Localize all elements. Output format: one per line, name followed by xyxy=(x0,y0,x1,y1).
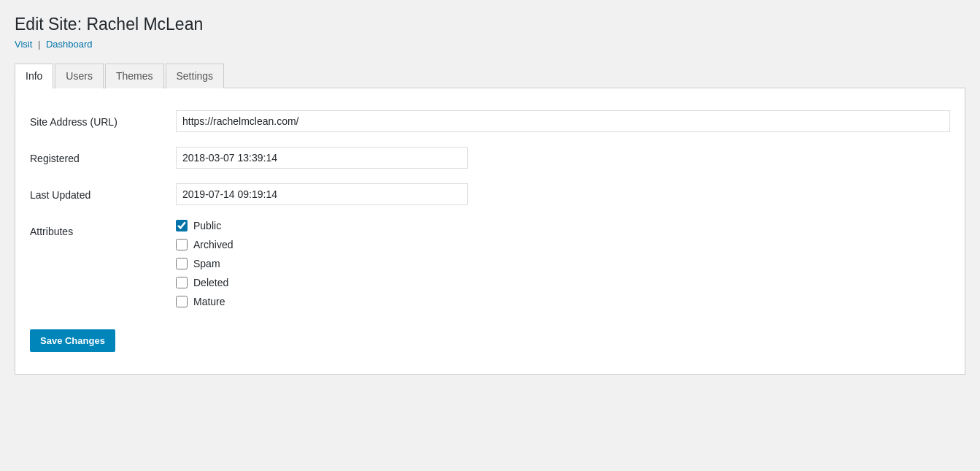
site-address-row: Site Address (URL) xyxy=(30,103,950,139)
breadcrumb: Visit | Dashboard xyxy=(15,39,965,50)
checkbox-spam-label: Spam xyxy=(193,258,220,269)
content-area: Site Address (URL) Registered Last Updat… xyxy=(15,88,965,375)
checkbox-public-label: Public xyxy=(193,220,221,231)
registered-row: Registered xyxy=(30,139,950,176)
site-address-cell xyxy=(176,103,950,139)
breadcrumb-separator: | xyxy=(38,39,40,50)
registered-cell xyxy=(176,139,950,176)
visit-link[interactable]: Visit xyxy=(15,39,32,50)
site-address-label: Site Address (URL) xyxy=(30,103,176,139)
checkbox-archived-label: Archived xyxy=(193,239,233,250)
checkbox-group: Public Archived Spam xyxy=(176,220,950,307)
registered-label: Registered xyxy=(30,139,176,176)
page-wrapper: Edit Site: Rachel McLean Visit | Dashboa… xyxy=(0,0,980,404)
tab-info[interactable]: Info xyxy=(15,64,53,88)
tab-settings[interactable]: Settings xyxy=(166,64,225,88)
attributes-label: Attributes xyxy=(30,212,176,315)
checkbox-archived-item: Archived xyxy=(176,239,950,250)
checkbox-deleted-item: Deleted xyxy=(176,277,950,288)
last-updated-label: Last Updated xyxy=(30,176,176,212)
checkbox-deleted-label: Deleted xyxy=(193,277,228,288)
site-address-input[interactable] xyxy=(176,110,950,132)
checkbox-public-item: Public xyxy=(176,220,950,231)
attributes-row: Attributes Public Archived xyxy=(30,212,950,315)
page-title: Edit Site: Rachel McLean xyxy=(15,15,965,34)
last-updated-input[interactable] xyxy=(176,183,468,205)
checkbox-spam-item: Spam xyxy=(176,258,950,269)
save-changes-button[interactable]: Save Changes xyxy=(30,329,115,352)
last-updated-cell xyxy=(176,176,950,212)
tab-users[interactable]: Users xyxy=(55,64,104,88)
checkbox-public[interactable] xyxy=(176,220,188,231)
checkbox-mature-label: Mature xyxy=(193,296,225,307)
last-updated-row: Last Updated xyxy=(30,176,950,212)
checkbox-archived[interactable] xyxy=(176,239,188,250)
attributes-cell: Public Archived Spam xyxy=(176,212,950,315)
checkbox-mature-item: Mature xyxy=(176,296,950,307)
tab-bar: Info Users Themes Settings xyxy=(15,63,965,88)
checkbox-mature[interactable] xyxy=(176,296,188,307)
checkbox-spam[interactable] xyxy=(176,258,188,269)
dashboard-link[interactable]: Dashboard xyxy=(46,39,93,50)
form-table: Site Address (URL) Registered Last Updat… xyxy=(30,103,950,315)
checkbox-deleted[interactable] xyxy=(176,277,188,288)
registered-input[interactable] xyxy=(176,147,468,169)
tab-themes[interactable]: Themes xyxy=(105,64,164,88)
